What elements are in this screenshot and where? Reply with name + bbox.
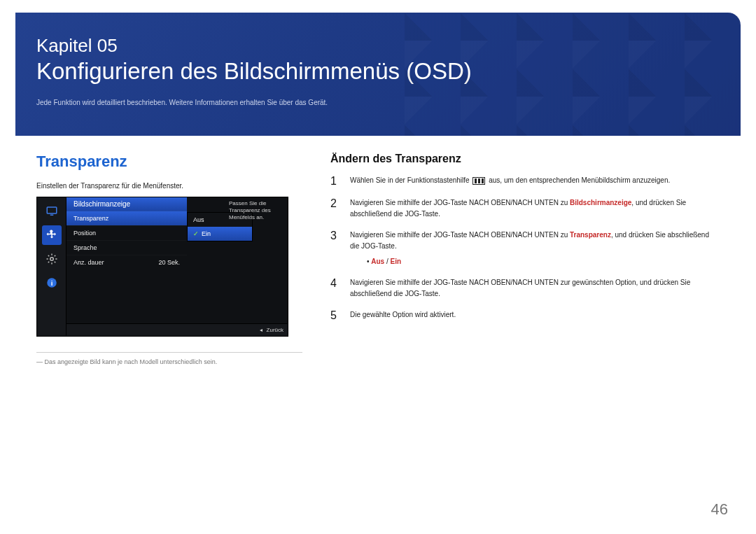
osd-row-label: Position [74, 230, 96, 237]
step-text: Navigieren Sie mithilfe der JOG-Taste NA… [350, 230, 720, 267]
osd-tip: Passen Sie die Transparenz des Menüfelds… [229, 200, 284, 221]
chapter-title: Konfigurieren des Bildschirmmenüs (OSD) [36, 58, 720, 85]
osd-row-transparenz: Transparenz [66, 211, 187, 225]
highlight-term: Transparenz [570, 231, 611, 239]
footnote: Das angezeigte Bild kann je nach Modell … [36, 358, 302, 365]
chapter-number: Kapitel 05 [36, 35, 720, 57]
steps-list: 1 Wählen Sie in der Funktionstastenhilfe… [330, 175, 720, 322]
subsection-heading: Ändern des Transparenz [330, 153, 720, 165]
osd-row-value: 20 Sek. [158, 259, 180, 266]
move-icon [42, 225, 62, 245]
step-2: 2 Navigieren Sie mithilfe der JOG-Taste … [330, 197, 720, 220]
section-description: Einstellen der Transparenz für die Menüf… [36, 182, 302, 190]
text-fragment: Navigieren Sie mithilfe der JOG-Taste NA… [350, 231, 570, 239]
page-number: 46 [711, 500, 728, 519]
page: Kapitel 05 Konfigurieren des Bildschirmm… [0, 0, 756, 534]
osd-back-label: Zurück [267, 327, 284, 333]
option-aus: Aus [371, 258, 384, 265]
text-fragment: Navigieren Sie mithilfe der JOG-Taste NA… [350, 199, 570, 206]
osd-row-sprache: Sprache [66, 240, 187, 255]
content-area: Transparenz Einstellen der Transparenz f… [15, 136, 741, 365]
step-number: 3 [330, 230, 340, 242]
svg-rect-1 [50, 215, 53, 216]
osd-menu-column: Transparenz Position Sprache Anz. dauer2… [66, 211, 187, 269]
section-heading: Transparenz [36, 153, 302, 171]
monitor-icon [42, 202, 62, 221]
osd-option-label: Ein [202, 230, 211, 237]
step-number: 4 [330, 277, 340, 290]
osd-main: Bildschirmanzeige Transparenz Position S… [66, 197, 288, 336]
osd-screenshot: i Bildschirmanzeige Transparenz Position… [36, 197, 288, 337]
step-text: Die gewählte Option wird aktiviert. [350, 309, 720, 321]
osd-row-label: Anz. dauer [74, 259, 104, 266]
step-number: 5 [330, 309, 340, 322]
option-ein: Ein [391, 258, 402, 265]
text-fragment: Wählen Sie in der Funktionstastenhilfe [350, 176, 471, 184]
osd-row-label: Sprache [74, 244, 97, 251]
step-text: Navigieren Sie mithilfe der JOG-Taste NA… [350, 197, 720, 220]
osd-header: Bildschirmanzeige [66, 197, 187, 211]
osd-row-position: Position [66, 225, 187, 240]
step-3: 3 Navigieren Sie mithilfe der JOG-Taste … [330, 230, 720, 267]
osd-option-ein: ✓Ein [188, 227, 252, 241]
divider [36, 352, 302, 353]
osd-option-label: Aus [193, 216, 204, 223]
chapter-subtitle: Jede Funktion wird detailliert beschrieb… [36, 99, 720, 106]
chapter-banner: Kapitel 05 Konfigurieren des Bildschirmm… [15, 13, 741, 136]
highlight-term: Bildschirmanzeige [570, 199, 631, 206]
menu-icon [472, 177, 485, 185]
svg-rect-0 [47, 207, 57, 213]
osd-row-anzdauer: Anz. dauer20 Sek. [66, 255, 187, 269]
gear-icon [42, 249, 62, 269]
left-column: Transparenz Einstellen der Transparenz f… [36, 153, 302, 365]
step-number: 1 [330, 175, 340, 188]
step-bullet: Aus / Ein [367, 256, 720, 267]
check-icon: ✓ [193, 230, 199, 237]
svg-point-2 [50, 258, 53, 261]
step-text: Wählen Sie in der Funktionstastenhilfe a… [350, 175, 720, 186]
step-5: 5 Die gewählte Option wird aktiviert. [330, 309, 720, 322]
info-icon: i [42, 273, 62, 293]
osd-sidebar: i [37, 197, 66, 336]
text-fragment: / [384, 258, 390, 265]
step-number: 2 [330, 197, 340, 210]
right-column: Ändern des Transparenz 1 Wählen Sie in d… [330, 153, 720, 365]
back-arrow-icon: ◂ [260, 327, 262, 333]
svg-text:i: i [50, 279, 52, 287]
step-4: 4 Navigieren Sie mithilfe der JOG-Taste … [330, 277, 720, 300]
text-fragment: aus, um den entsprechenden Menübildschir… [489, 176, 670, 184]
osd-row-label: Transparenz [74, 215, 108, 222]
osd-footer: ◂Zurück [66, 323, 288, 336]
step-1: 1 Wählen Sie in der Funktionstastenhilfe… [330, 175, 720, 188]
step-text: Navigieren Sie mithilfe der JOG-Taste NA… [350, 277, 720, 300]
